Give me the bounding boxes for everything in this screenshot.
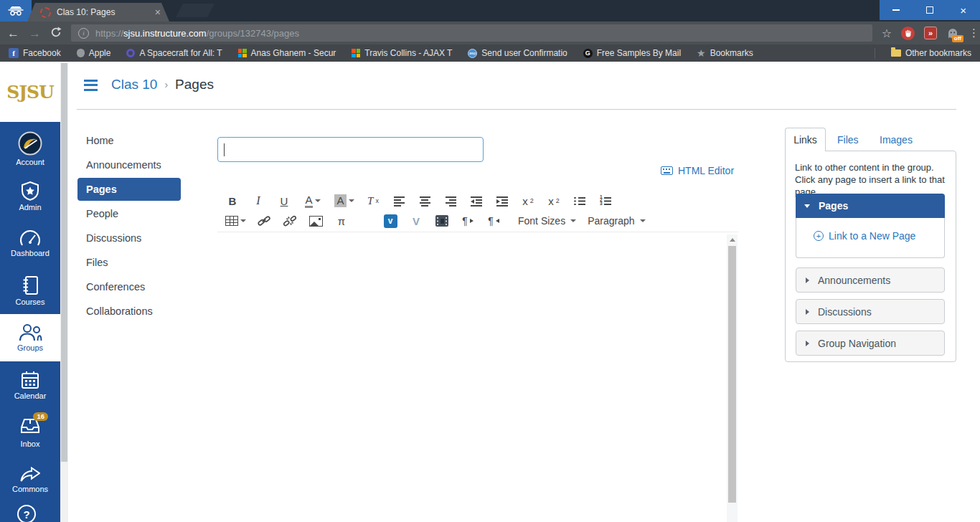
nav-calendar[interactable]: Calendar [0,361,60,409]
chevron-down-icon [640,219,646,222]
tab-images[interactable]: Images [880,134,913,146]
image-button[interactable] [303,212,329,230]
v-media-button[interactable]: V [403,212,429,230]
breadcrumb-current: Pages [175,77,214,92]
page-title-input[interactable] [217,137,484,162]
superscript-button[interactable]: x2 [515,191,541,210]
back-icon[interactable]: ← [7,27,19,39]
restore-button[interactable] [913,0,947,20]
subscript-button[interactable]: x2 [541,191,567,210]
gauge-icon [19,229,41,247]
accordion-announcements[interactable]: Announcements [796,267,945,293]
vimeo-button[interactable]: v [377,212,403,230]
film-icon [435,215,448,227]
bold-button[interactable]: B [220,191,245,210]
course-nav-collaborations[interactable]: Collaborations [77,300,181,323]
course-nav-files[interactable]: Files [77,251,181,274]
browser-tab[interactable]: Clas 10: Pages × [27,3,169,22]
bookmark-item[interactable]: Anas Ghanem - Secur [238,48,336,58]
fastforward-extension-icon[interactable]: » [924,27,937,39]
editor-scrollbar-thumb[interactable] [728,246,736,503]
rte-editor-body[interactable] [217,232,738,522]
browser-menu-icon[interactable]: ⋮ [969,32,973,34]
editor-scrollbar[interactable] [727,234,738,522]
unlink-button[interactable] [277,212,303,230]
underline-button[interactable]: U [271,191,297,210]
breadcrumb-course-link[interactable]: Clas 10 [111,77,157,92]
nav-scrollbar[interactable] [60,62,68,522]
paragraph-dropdown[interactable]: Paragraph [588,215,645,227]
table-button[interactable] [220,212,251,230]
nav-courses[interactable]: Courses [0,267,60,314]
font-sizes-dropdown[interactable]: Font Sizes [518,215,576,227]
nav-admin[interactable]: Admin [0,172,60,219]
star-icon: ★ [697,48,706,58]
italic-button[interactable]: I [245,191,271,210]
indent-button[interactable] [489,191,515,210]
nav-groups[interactable]: Groups [0,314,60,361]
bookmark-item[interactable]: Travis Collins - AJAX T [352,48,452,58]
ltr-button[interactable]: ¶ [455,212,481,230]
course-nav-people[interactable]: People [77,202,181,225]
accordion-discussions[interactable]: Discussions [796,299,945,324]
address-bar[interactable]: i https://sjsu.instructure.com/groups/13… [71,24,872,42]
text-color-button[interactable]: A [297,191,329,210]
hamburger-menu-icon[interactable] [84,80,98,91]
link-to-new-page[interactable]: Link to a New Page [814,230,944,242]
minimize-button[interactable] [880,0,913,20]
nav-commons[interactable]: Commons [0,456,60,503]
outdent-button[interactable] [463,191,489,210]
outdent-icon [471,196,482,207]
scroll-up-icon[interactable] [730,238,735,242]
share-arrow-icon [20,467,40,483]
clear-formatting-button[interactable]: Tx [360,191,386,210]
numbered-list-button[interactable] [593,191,618,210]
rtl-button[interactable]: ¶ [481,212,507,230]
course-nav-conferences[interactable]: Conferences [77,275,181,298]
accordion-group-navigation[interactable]: Group Navigation [796,331,945,356]
forward-icon[interactable]: → [29,27,41,39]
course-nav-discussions[interactable]: Discussions [77,227,181,250]
refresh-icon[interactable] [50,27,62,40]
tab-close-icon[interactable]: × [155,7,161,17]
bookmark-item[interactable]: fFacebook [9,48,61,58]
course-nav-pages[interactable]: Pages [77,178,181,201]
nav-account[interactable]: Account [0,125,60,172]
accordion-pages-header[interactable]: Pages [796,194,945,218]
bookmark-item[interactable]: Free Samples By Mail [583,48,681,58]
sjsu-logo[interactable]: SJSU [0,62,60,122]
extension-badge: off [952,35,963,42]
background-color-button[interactable]: A [329,191,360,210]
bookmark-item[interactable]: ★Bookmarks [697,48,753,58]
bookmark-item[interactable]: A Spacecraft for All: T [126,48,222,58]
adblock-extension-icon[interactable] [901,27,915,40]
tab-files[interactable]: Files [837,134,859,146]
ghostery-extension-icon[interactable]: off [946,27,959,39]
link-button[interactable] [251,212,277,230]
align-right-button[interactable] [438,191,463,210]
bookmark-star-icon[interactable]: ☆ [882,27,892,40]
other-bookmarks-button[interactable]: Other bookmarks [891,48,971,58]
course-nav-home[interactable]: Home [77,129,181,152]
help-icon[interactable]: ? [17,505,36,522]
equation-button[interactable]: π [329,212,354,230]
triangle-right-icon [806,309,809,315]
align-center-button[interactable] [412,191,438,210]
bullet-list-button[interactable] [567,191,593,210]
bookmark-item[interactable]: Apple [77,48,111,58]
close-button[interactable]: × [946,0,980,20]
video-button[interactable] [429,212,455,230]
nav-scrollbar-thumb[interactable] [61,63,67,462]
groups-people-icon [18,323,42,341]
html-editor-link[interactable]: HTML Editor [661,165,734,176]
nav-dashboard[interactable]: Dashboard [0,219,60,267]
url-text[interactable]: https://sjsu.instructure.com/groups/1327… [95,28,299,39]
bookmark-item[interactable]: Send user Confirmatio [468,48,567,58]
course-nav-announcements[interactable]: Announcements [77,153,181,176]
new-tab-button[interactable] [176,4,215,17]
tab-links[interactable]: Links [785,128,826,151]
nav-inbox[interactable]: 16 Inbox [0,409,60,456]
breadcrumb-separator: › [164,79,168,90]
align-left-button[interactable] [386,191,412,210]
page-info-icon[interactable]: i [78,28,89,39]
